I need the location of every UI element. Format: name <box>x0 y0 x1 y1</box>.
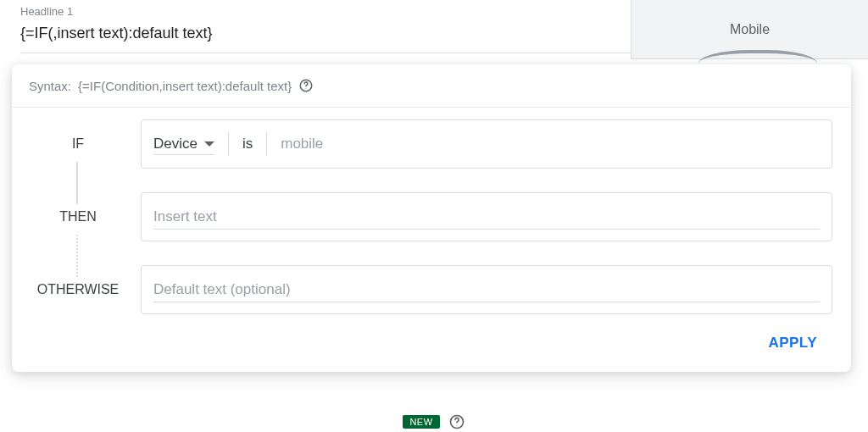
svg-point-3 <box>306 88 307 89</box>
connector-line-dotted <box>76 235 78 277</box>
divider <box>266 132 267 156</box>
otherwise-input[interactable] <box>153 278 820 302</box>
syntax-prefix: Syntax: <box>29 79 71 93</box>
apply-button[interactable]: APPLY <box>760 328 826 358</box>
if-condition-box: Device is mobile <box>141 119 832 169</box>
device-select[interactable]: Device <box>153 134 214 155</box>
if-function-builder: Syntax: {=IF(Condition,insert text):defa… <box>12 64 851 372</box>
otherwise-label: OTHERWISE <box>31 282 125 297</box>
connector-line <box>76 162 78 204</box>
if-label: IF <box>31 136 125 152</box>
help-icon[interactable] <box>448 413 465 430</box>
then-input[interactable] <box>153 205 820 230</box>
is-text: is <box>242 136 253 152</box>
preview-panel: Mobile <box>631 0 868 59</box>
bottom-strip: NEW <box>0 412 868 432</box>
preview-mobile-label: Mobile <box>730 22 770 37</box>
new-badge: NEW <box>403 415 439 429</box>
otherwise-box <box>141 265 832 314</box>
syntax-template: {=IF(Condition,insert text):default text… <box>78 79 292 93</box>
chevron-down-icon <box>204 141 214 147</box>
syntax-header: Syntax: {=IF(Condition,insert text):defa… <box>12 64 851 108</box>
divider <box>228 132 229 156</box>
device-value: mobile <box>281 136 323 152</box>
device-select-label: Device <box>153 136 198 152</box>
help-icon[interactable] <box>298 78 314 93</box>
then-label: THEN <box>31 209 125 224</box>
svg-point-5 <box>456 425 457 426</box>
then-box <box>141 192 832 241</box>
